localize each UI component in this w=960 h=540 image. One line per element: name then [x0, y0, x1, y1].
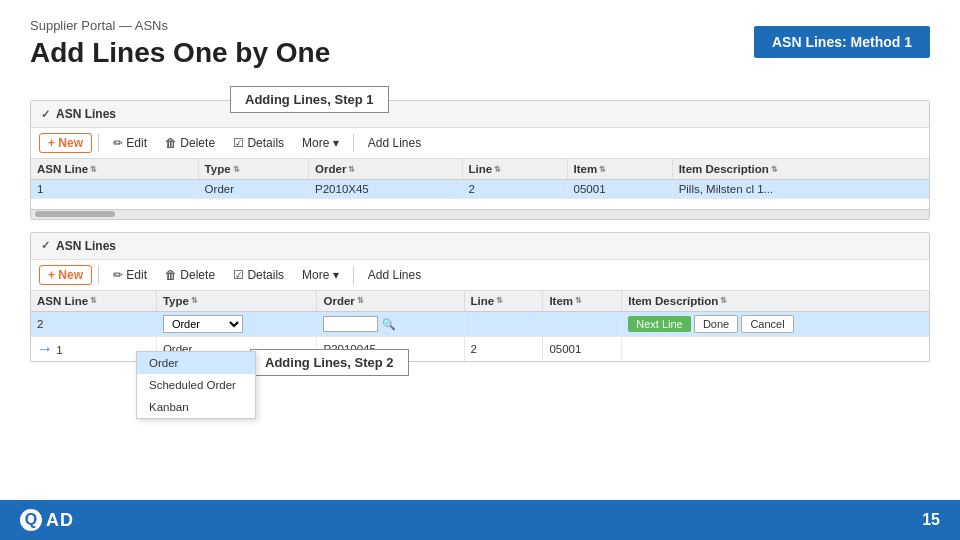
scroll-thumb — [35, 211, 115, 217]
panel1-table-header-row: ASN Line ⇅ Type ⇅ Order ⇅ Line ⇅ Item ⇅ … — [31, 159, 929, 180]
scroll-bar[interactable] — [31, 209, 929, 219]
col-line: Line ⇅ — [462, 159, 567, 180]
dropdown-item-scheduled[interactable]: Scheduled Order — [137, 374, 255, 396]
panel2-details-button[interactable]: ☑ Details — [225, 265, 292, 285]
table-row-editing: 2 Order Scheduled Order Kanban 🔍 — [31, 311, 929, 336]
footer: Q AD 15 — [0, 500, 960, 540]
table-row: 1 Order P2010X45 2 05001 Pills, Milsten … — [31, 180, 929, 199]
editing-item — [543, 311, 622, 336]
done-button[interactable]: Done — [694, 315, 738, 333]
existing-item-desc — [622, 336, 929, 361]
col2-type: Type ⇅ — [156, 291, 317, 312]
content-area: Adding Lines, Step 1 ✓ ASN Lines + New ✏… — [0, 74, 960, 382]
footer-logo: Q AD — [20, 509, 74, 531]
panel1-wrapper: Adding Lines, Step 1 ✓ ASN Lines + New ✏… — [30, 100, 930, 220]
page-number: 15 — [922, 511, 940, 529]
separator4 — [353, 266, 354, 284]
dropdown-item-order[interactable]: Order — [137, 352, 255, 374]
panel2: ✓ ASN Lines + New ✏ Edit 🗑 Delete ☑ Deta… — [30, 232, 930, 362]
col2-order: Order ⇅ — [317, 291, 464, 312]
panel2-delete-button[interactable]: 🗑 Delete — [157, 265, 223, 285]
step2-label: Adding Lines, Step 2 — [250, 349, 409, 376]
panel2-wrapper: ✓ ASN Lines + New ✏ Edit 🗑 Delete ☑ Deta… — [30, 232, 930, 362]
editing-asn-line: 2 — [31, 311, 156, 336]
col2-line: Line ⇅ — [464, 291, 543, 312]
panel2-edit-button[interactable]: ✏ Edit — [105, 265, 155, 285]
cell-order: P2010X45 — [309, 180, 463, 199]
logo-q-icon: Q — [20, 509, 42, 531]
panel1-table: ASN Line ⇅ Type ⇅ Order ⇅ Line ⇅ Item ⇅ … — [31, 159, 929, 209]
panel1-edit-button[interactable]: ✏ Edit — [105, 133, 155, 153]
col-item: Item ⇅ — [567, 159, 672, 180]
cell-item-desc: Pills, Milsten cl 1... — [672, 180, 929, 199]
panel1-more-button[interactable]: More ▾ — [294, 133, 347, 153]
separator1 — [98, 134, 99, 152]
panel1-toolbar: + New ✏ Edit 🗑 Delete ☑ Details More ▾ A… — [31, 128, 929, 159]
dropdown-item-kanban[interactable]: Kanban — [137, 396, 255, 418]
method-badge: ASN Lines: Method 1 — [754, 26, 930, 58]
separator3 — [98, 266, 99, 284]
existing-item: 05001 — [543, 336, 622, 361]
panel1-delete-button[interactable]: 🗑 Delete — [157, 133, 223, 153]
search-icon[interactable]: 🔍 — [382, 318, 396, 330]
panel1-details-button[interactable]: ☑ Details — [225, 133, 292, 153]
panel1-title: ASN Lines — [56, 107, 116, 121]
separator2 — [353, 134, 354, 152]
col-item-desc: Item Description ⇅ — [672, 159, 929, 180]
panel2-addlines-button[interactable]: Add Lines — [360, 265, 429, 285]
col-type: Type ⇅ — [198, 159, 308, 180]
cancel-button[interactable]: Cancel — [741, 315, 793, 333]
panel1-new-button[interactable]: + New — [39, 133, 92, 153]
logo-text: AD — [46, 510, 74, 531]
editing-actions: Next Line Done Cancel — [622, 311, 929, 336]
editing-line — [464, 311, 543, 336]
panel2-more-button[interactable]: More ▾ — [294, 265, 347, 285]
panel1-addlines-button[interactable]: Add Lines — [360, 133, 429, 153]
col-asn-line: ASN Line ⇅ — [31, 159, 198, 180]
panel1-header: ✓ ASN Lines — [31, 101, 929, 128]
panel1: ✓ ASN Lines + New ✏ Edit 🗑 Delete ☑ Deta… — [30, 100, 930, 220]
cell-type: Order — [198, 180, 308, 199]
step1-label: Adding Lines, Step 1 — [230, 86, 389, 113]
col-order: Order ⇅ — [309, 159, 463, 180]
subtitle: Supplier Portal — ASNs — [30, 18, 330, 33]
panel2-title: ASN Lines — [56, 239, 116, 253]
panel2-new-button[interactable]: + New — [39, 265, 92, 285]
editing-order[interactable]: 🔍 — [317, 311, 464, 336]
table-row-empty — [31, 199, 929, 209]
type-select[interactable]: Order Scheduled Order Kanban — [163, 315, 243, 333]
cell-item: 05001 — [567, 180, 672, 199]
page-header: Supplier Portal — ASNs Add Lines One by … — [0, 0, 960, 74]
existing-line: 2 — [464, 336, 543, 361]
col2-item: Item ⇅ — [543, 291, 622, 312]
cell-asn-line: 1 — [31, 180, 198, 199]
col2-item-desc: Item Description ⇅ — [622, 291, 929, 312]
panel2-header: ✓ ASN Lines — [31, 233, 929, 260]
row-arrow-icon: → — [37, 340, 53, 357]
panel2-toolbar: + New ✏ Edit 🗑 Delete ☑ Details More ▾ A… — [31, 260, 929, 291]
type-dropdown-menu: Order Scheduled Order Kanban — [136, 351, 256, 419]
editing-type[interactable]: Order Scheduled Order Kanban — [156, 311, 317, 336]
order-input[interactable] — [323, 316, 378, 332]
col2-asn-line: ASN Line ⇅ — [31, 291, 156, 312]
page-title: Add Lines One by One — [30, 37, 330, 69]
panel2-table-header-row: ASN Line ⇅ Type ⇅ Order ⇅ Line ⇅ Item ⇅ … — [31, 291, 929, 312]
panel1-chevron: ✓ — [41, 108, 50, 121]
panel2-chevron: ✓ — [41, 239, 50, 252]
cell-line: 2 — [462, 180, 567, 199]
next-line-button[interactable]: Next Line — [628, 316, 690, 332]
